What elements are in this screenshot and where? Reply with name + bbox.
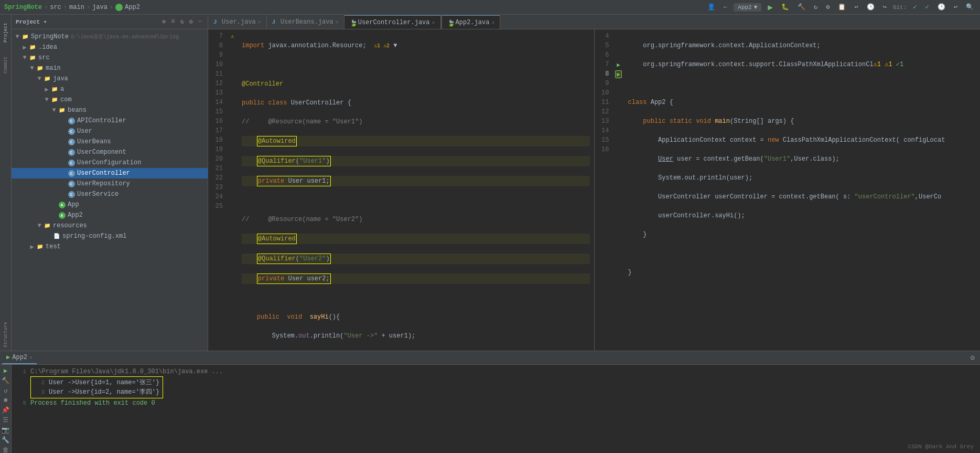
tree-item-apicontroller[interactable]: ▶ C APIController — [12, 115, 208, 126]
settings-bottom-btn[interactable]: ⚙ — [967, 352, 978, 363]
run-tab[interactable]: ▶ App2 ✕ — [2, 352, 37, 364]
console-line-1: 1 C:\Program Files\Java\jdk1.8.0_301\bin… — [16, 367, 976, 376]
user-icon[interactable]: 👤 — [705, 2, 717, 12]
run-config-dropdown[interactable]: App2 ▼ — [734, 3, 761, 12]
tree-item-idea[interactable]: ▶ 📁 .idea — [12, 42, 208, 52]
code-line-9: @Controller — [242, 79, 590, 89]
run-arrow-row[interactable]: ▶ — [613, 69, 624, 79]
tab-close-user[interactable]: ✕ — [258, 19, 261, 25]
tabs-bar: J User.java ✕ J UserBeans.java ✕ 🍃 UserC… — [208, 15, 980, 29]
tree-item-usercontroller[interactable]: ▶ C UserController — [12, 168, 208, 178]
right-code-area[interactable]: 4 5 6 7 8 9 10 11 12 13 14 15 16 — [595, 29, 981, 351]
code-line-11: // @Resource(name = "User1") — [242, 117, 590, 127]
file-tree: ▼ 📁 SpringNote G:\Java语言\java-ee-advance… — [12, 29, 208, 351]
code-line-19: private User user2; — [242, 273, 590, 284]
camera-side-btn[interactable]: 📷 — [1, 426, 10, 434]
tree-item-userservice[interactable]: ▶ C UserService — [12, 189, 208, 199]
tree-item-userrepository[interactable]: ▶ C UserRepository — [12, 178, 208, 189]
code-line-r12: UserController userController = context.… — [628, 192, 976, 202]
project-panel-btn[interactable]: Project — [1, 17, 11, 48]
tree-item-java[interactable]: ▼ 📁 java — [12, 73, 208, 84]
undo-btn[interactable]: ↩ — [852, 2, 860, 12]
right-editor-pane: 4 5 6 7 8 9 10 11 12 13 14 15 16 — [595, 29, 981, 351]
run-tab-label: App2 — [12, 354, 27, 361]
tree-item-userconfiguration[interactable]: ▶ C UserConfiguration — [12, 157, 208, 168]
folder-icon: 📁 — [36, 243, 44, 250]
tab-app2-java[interactable]: 🍃 App2.java ✕ — [441, 15, 501, 29]
build-side-btn[interactable]: 🔨 — [1, 377, 10, 385]
left-gutter: ⚠ — [227, 29, 238, 351]
tree-item-springnote[interactable]: ▼ 📁 SpringNote G:\Java语言\java-ee-advance… — [12, 31, 208, 42]
settings-tree-btn[interactable]: ⚙ — [188, 17, 195, 26]
tree-item-usercomponent[interactable]: ▶ C UserComponent — [12, 147, 208, 157]
git-label: Git: — [893, 4, 907, 10]
right-gutter: ▶ ▶ — [613, 29, 624, 351]
left-code-area[interactable]: 7 8 9 10 11 12 13 14 15 16 17 18 19 20 — [208, 29, 594, 351]
search-btn[interactable]: 🔍 — [964, 2, 976, 12]
collapse-btn[interactable]: ≡ — [169, 17, 176, 26]
console-line-3: 3 User ->User{id=2, name='李四'} — [34, 387, 159, 397]
class-icon: C — [67, 159, 76, 166]
vcs-btn[interactable]: 📋 — [836, 2, 848, 12]
left-code-content[interactable]: import javax.annotation.Resource; ⚠1 ⚠2 … — [238, 29, 594, 351]
sort-btn[interactable]: ⇅ — [178, 17, 185, 26]
breadcrumb-project[interactable]: SpringNote — [4, 4, 42, 11]
tree-item-userbeans[interactable]: ▶ C UserBeans — [12, 136, 208, 147]
run-side-btn[interactable]: ▶ — [1, 367, 10, 375]
redo-btn[interactable]: ↪ — [881, 2, 889, 12]
code-line-r5: org.springframework.context.support.Clas… — [628, 60, 976, 69]
folder-icon: 📁 — [43, 222, 51, 229]
settings-btn[interactable]: ⚙ — [824, 2, 832, 12]
tree-item-test[interactable]: ▶ 📁 test — [12, 241, 208, 252]
tree-item-main[interactable]: ▼ 📁 main — [12, 63, 208, 73]
tree-item-a[interactable]: ▶ 📁 a — [12, 84, 208, 94]
run-tab-close[interactable]: ✕ — [29, 354, 33, 361]
close-panel-btn[interactable]: − — [197, 17, 203, 26]
bottom-panel: ▶ App2 ✕ ⚙ ▶ 🔨 ↺ ■ 📌 ☰ 📷 🔧 🗑 1 C:\Progra… — [0, 351, 980, 453]
pin-side-btn[interactable]: 📌 — [1, 406, 10, 414]
wrench-side-btn[interactable]: 🔧 — [1, 436, 10, 444]
run-button[interactable]: ▶ — [766, 1, 775, 14]
folder-icon: 📁 — [50, 86, 59, 93]
tab-usercontroller-java[interactable]: 🍃 UserController.java ✕ — [344, 15, 441, 29]
run-arrow-icon[interactable]: ▶ — [615, 70, 622, 78]
tree-item-user[interactable]: ▶ C User — [12, 126, 208, 136]
locate-btn[interactable]: ⊕ — [160, 17, 167, 26]
git-check1[interactable]: ✓ — [911, 2, 919, 12]
commit-panel-btn[interactable]: Commit — [1, 49, 11, 81]
history-btn[interactable]: 🕒 — [865, 2, 877, 12]
sync-btn[interactable]: ↻ — [812, 2, 820, 12]
folder-icon: 📁 — [43, 75, 51, 82]
tab-close-app2[interactable]: ✕ — [491, 19, 494, 26]
code-line-r6 — [628, 79, 976, 88]
right-code-content[interactable]: org.springframework.context.ApplicationC… — [624, 29, 981, 351]
project-panel-header: Project ▾ ⊕ ≡ ⇅ ⚙ − — [12, 15, 208, 29]
tree-item-springconfig[interactable]: ▶ 📄 spring-config.xml — [12, 231, 208, 241]
build-btn[interactable]: 🔨 — [795, 2, 807, 12]
debug-btn[interactable]: 🐛 — [779, 2, 791, 12]
back-btn[interactable]: ← — [721, 3, 729, 12]
git-undo[interactable]: ↩ — [952, 2, 960, 12]
console-output[interactable]: 1 C:\Program Files\Java\jdk1.8.0_301\bin… — [12, 365, 980, 453]
tab-userbeans-java[interactable]: J UserBeans.java ✕ — [267, 15, 344, 29]
tree-item-com[interactable]: ▼ 📁 com — [12, 94, 208, 105]
tab-close-usercontroller[interactable]: ✕ — [432, 19, 435, 26]
git-clock[interactable]: 🕒 — [935, 2, 947, 12]
tree-item-src[interactable]: ▼ 📁 src — [12, 52, 208, 63]
tree-item-beans[interactable]: ▼ 📁 beans — [12, 105, 208, 115]
tree-item-app[interactable]: ▶ A App — [12, 199, 208, 210]
class-icon: A — [58, 201, 66, 208]
tab-close-userbeans[interactable]: ✕ — [336, 19, 339, 25]
class-icon: C — [67, 149, 76, 156]
stop-side-btn[interactable]: ■ — [1, 397, 10, 404]
tree-item-resources[interactable]: ▼ 📁 resources — [12, 220, 208, 231]
filter-side-btn[interactable]: ☰ — [1, 416, 10, 424]
rerun-side-btn[interactable]: ↺ — [1, 387, 10, 395]
code-line-r11: System.out.println(user); — [628, 173, 976, 183]
git-check2[interactable]: ✓ — [923, 2, 931, 12]
structure-panel-btn[interactable]: Structure — [1, 319, 11, 351]
tree-item-app2[interactable]: ▶ A App2 — [12, 210, 208, 220]
tab-user-java[interactable]: J User.java ✕ — [208, 15, 267, 29]
panel-toolbar: ⊕ ≡ ⇅ ⚙ − — [160, 17, 203, 26]
trash-side-btn[interactable]: 🗑 — [1, 446, 10, 453]
